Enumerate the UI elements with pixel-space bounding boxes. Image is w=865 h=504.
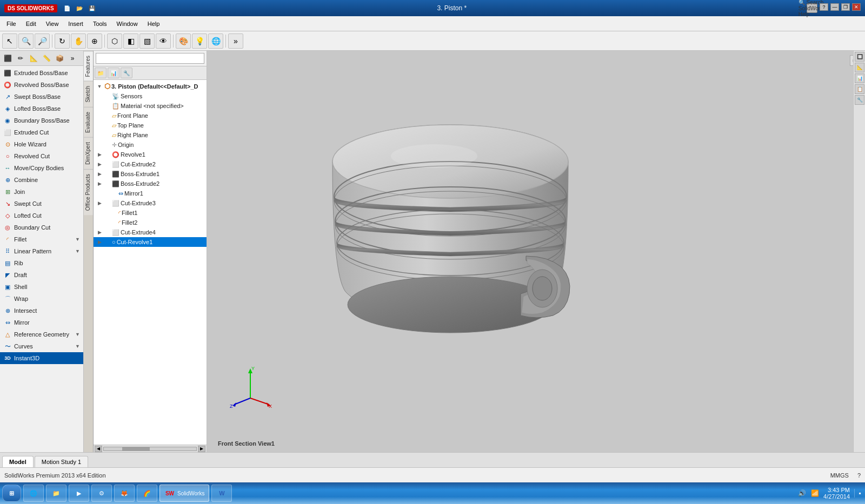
menu-window[interactable]: Window (112, 19, 142, 29)
menu-tools[interactable]: Tools (89, 19, 111, 29)
menu-file[interactable]: File (2, 19, 21, 29)
appearances[interactable]: 🎨 (176, 33, 191, 49)
system-clock[interactable]: 3:43 PM 4/27/2014 (823, 487, 850, 500)
feature-join[interactable]: ⊞ Join (0, 186, 83, 198)
more-tools[interactable]: » (228, 33, 243, 49)
display-style[interactable]: ◧ (123, 33, 138, 49)
tree-boss-extrude2[interactable]: ▶ ⬛ Boss-Extrude2 (94, 179, 207, 189)
help-button[interactable]: ? (820, 3, 828, 11)
taskbar-solidworks[interactable]: SW SolidWorks (159, 485, 209, 502)
features-tab[interactable]: ⬛ (1, 52, 14, 64)
start-button[interactable]: ⊞ (2, 485, 21, 502)
vtab-dimxpert[interactable]: DimXpert (84, 137, 93, 169)
tree-btn-1[interactable]: 📁 (95, 68, 107, 78)
view-toolbar-btn-4[interactable]: 📋 (855, 84, 864, 94)
scroll-track[interactable] (103, 447, 197, 451)
feature-boundary-cut[interactable]: ◎ Boundary Cut (0, 221, 83, 233)
cut-extrude2-expand[interactable]: ▶ (96, 160, 103, 168)
zoom-to-fit[interactable]: 🔍 (18, 33, 34, 49)
feature-mirror[interactable]: ⇔ Mirror (0, 317, 83, 328)
menu-insert[interactable]: Insert (64, 19, 88, 29)
cut-extrude4-expand[interactable]: ▶ (96, 229, 103, 236)
expand-tab[interactable]: » (66, 52, 79, 64)
tree-search-input[interactable] (96, 53, 204, 64)
cut-revolve1-expand[interactable]: ▶ (96, 238, 103, 246)
tree-cut-extrude4[interactable]: ▶ ⬜ Cut-Extrude4 (94, 227, 207, 237)
vtab-sketch[interactable]: Sketch (84, 81, 93, 107)
feature-shell[interactable]: ▣ Shell (0, 281, 83, 293)
tree-btn-3[interactable]: 🔧 (121, 68, 132, 78)
tree-right-plane[interactable]: ▱ Right Plane (94, 130, 207, 140)
search-box[interactable]: 🔍 Search SolidWorks Help (807, 3, 817, 13)
feature-wrap[interactable]: ⌒ Wrap (0, 293, 83, 305)
feature-combine[interactable]: ⊕ Combine (0, 174, 83, 186)
select-tool[interactable]: ↖ (2, 33, 17, 49)
menu-help[interactable]: Help (143, 19, 164, 29)
dimxpert-tab[interactable]: 📏 (40, 52, 53, 64)
sketch-tab[interactable]: ✏ (14, 52, 27, 64)
feature-curves[interactable]: 〜 Curves ▼ (0, 340, 83, 352)
restore-button[interactable]: ❐ (841, 3, 850, 11)
section-view[interactable]: ▧ (139, 33, 155, 49)
feature-extruded-boss[interactable]: ⬛ Extruded Boss/Base (0, 67, 83, 79)
feature-instant3d[interactable]: 3D Instant3D (0, 352, 83, 364)
menu-view[interactable]: View (42, 19, 63, 29)
feature-lofted-boss[interactable]: ◈ Lofted Boss/Base (0, 103, 83, 115)
cut-extrude3-expand[interactable]: ▶ (96, 199, 103, 207)
feature-reference-geometry[interactable]: △ Reference Geometry ▼ (0, 328, 83, 340)
systray-speaker[interactable]: 🔊 (797, 489, 806, 498)
feature-draft[interactable]: ◤ Draft (0, 269, 83, 281)
pan-view[interactable]: ✋ (71, 33, 86, 49)
close-button[interactable]: ✕ (852, 3, 861, 11)
status-help[interactable]: ? (857, 472, 861, 479)
revolve1-expand[interactable]: ▶ (96, 151, 103, 158)
evaluate-tab[interactable]: 📐 (27, 52, 40, 64)
taskbar-chrome[interactable]: 🌈 (137, 485, 157, 502)
feature-move-copy[interactable]: ↔ Move/Copy Bodies (0, 162, 83, 174)
vtab-office[interactable]: Office Products (84, 169, 93, 215)
save-btn[interactable]: 💾 (86, 3, 97, 14)
feature-linear-pattern[interactable]: ⠿ Linear Pattern ▼ (0, 245, 83, 257)
tree-fillet2[interactable]: ◜ Fillet2 (94, 218, 207, 227)
office-products-tab[interactable]: 📦 (53, 52, 66, 64)
scroll-left-btn[interactable]: ◀ (95, 446, 102, 452)
tree-boss-extrude1[interactable]: ▶ ⬛ Boss-Extrude1 (94, 169, 207, 179)
tree-material[interactable]: 📋 Material <not specified> (94, 101, 207, 111)
feature-swept-boss[interactable]: ↗ Swept Boss/Base (0, 91, 83, 103)
new-btn[interactable]: 📄 (62, 3, 72, 14)
feature-revolved-boss[interactable]: ⭕ Revolved Boss/Base (0, 79, 83, 91)
taskbar-word[interactable]: W (211, 485, 232, 502)
scene[interactable]: 🌐 (208, 33, 223, 49)
tab-model[interactable]: Model (2, 456, 34, 467)
tree-root[interactable]: ▼ ⬡ 3. Piston (Default<<Default>_D (94, 81, 207, 91)
zoom-in[interactable]: 🔎 (35, 33, 50, 49)
rotate-view[interactable]: ↻ (55, 33, 70, 49)
tree-revolve1[interactable]: ▶ ⭕ Revolve1 (94, 150, 207, 159)
feature-lofted-cut[interactable]: ◇ Lofted Cut (0, 210, 83, 221)
tree-btn-2[interactable]: 📊 (108, 68, 119, 78)
tree-mirror1[interactable]: ⇔ Mirror1 (94, 189, 207, 198)
scroll-right-btn[interactable]: ▶ (198, 446, 205, 452)
feature-extruded-cut[interactable]: ⬜ Extruded Cut (0, 126, 83, 138)
minimize-button[interactable]: — (830, 3, 839, 11)
view-orientation[interactable]: ⬡ (107, 33, 122, 49)
tree-front-plane[interactable]: ▱ Front Plane (94, 111, 207, 120)
viewport[interactable]: Y X Z Front Section View1 ⬡ 🔲 📐 📊 📋 🔧 (207, 51, 865, 452)
tree-cut-extrude3[interactable]: ▶ ⬜ Cut-Extrude3 (94, 198, 207, 208)
boss-extrude1-expand[interactable]: ▶ (96, 170, 103, 178)
zoom-view[interactable]: ⊕ (87, 33, 102, 49)
tree-cut-extrude2[interactable]: ▶ ⬜ Cut-Extrude2 (94, 159, 207, 169)
tab-motion-study[interactable]: Motion Study 1 (35, 456, 88, 467)
systray-show-desktop[interactable]: ▪ (854, 489, 863, 498)
taskbar-control-panel[interactable]: ⚙ (91, 485, 112, 502)
view-toolbar-btn-2[interactable]: 📐 (855, 63, 864, 72)
hide-show[interactable]: 👁 (156, 33, 171, 49)
view-toolbar-btn-5[interactable]: 🔧 (855, 95, 864, 105)
vtab-features[interactable]: Features (84, 51, 93, 81)
taskbar-explorer[interactable]: 📁 (46, 485, 66, 502)
taskbar-media-player[interactable]: ▶ (69, 485, 89, 502)
view-toolbar-btn-1[interactable]: 🔲 (855, 52, 864, 62)
tree-sensors[interactable]: 📡 Sensors (94, 91, 207, 101)
feature-rib[interactable]: ▤ Rib (0, 257, 83, 269)
feature-hole-wizard[interactable]: ⊙ Hole Wizard (0, 138, 83, 150)
